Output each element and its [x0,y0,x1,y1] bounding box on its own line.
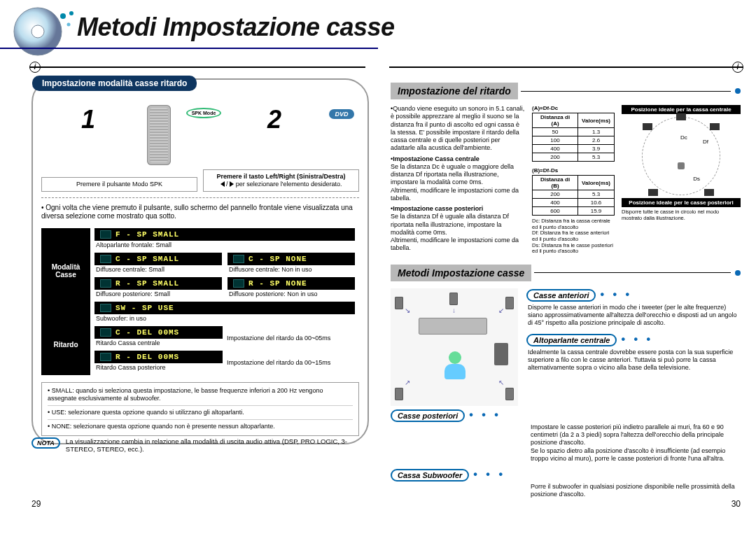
display-icon [100,353,111,361]
display-code: C - SP NONE [248,255,307,263]
vfd-display: F - SP SMALL [94,228,355,241]
rear-right-speaker-icon [704,189,714,196]
section-delay-setting-title: Impostazione del ritardo [391,83,518,99]
display-block: C - DEL 00MS Ritardo Cassa centrale [94,326,223,351]
page-number-right: 30 [732,499,741,509]
illus-front-right-speaker [505,297,514,309]
table-cell: 400 [533,199,578,207]
vfd-display: R - SP NONE [227,277,355,290]
table-header: Distanza di (B) [533,176,578,190]
delay-table-b: (B)=Df-DsDistanza di (B)Valore(ms)2005.3… [532,167,615,216]
rear-left-speaker-icon [648,189,658,196]
display-code: C - SP SMALL [115,255,179,263]
display-icon [100,328,111,337]
spk-mode-badge: SPK Mode [186,108,222,118]
remote-control-illustration [147,105,171,165]
note-item: • NONE: selezionare questa opzione quand… [48,423,353,430]
label-df: Df [703,139,708,145]
front-left-speaker-icon [643,123,652,130]
table-header: Distanza di (A) [533,113,578,128]
table-cell: 50 [533,128,578,136]
table-cell: 600 [533,207,578,216]
display-caption: Ritardo Cassa centrale [94,339,223,351]
dvd-badge: DVD [329,109,354,119]
table-cell: 10.6 [578,199,615,207]
delay-row: R - DEL 00MS Ritardo Cassa posteriore Im… [94,351,355,375]
label-dc: Dc [680,134,687,141]
disc-artwork [7,3,77,59]
vfd-display: C - SP SMALL [94,253,222,265]
illus-front-left-speaker [395,297,403,309]
speaker-position-diagram: Posizione ideale per la cassa centrale D… [622,105,741,255]
center-speaker-text: Idealmente la cassa centrale dovrebbe es… [528,349,741,372]
display-icon [233,279,244,288]
display-block: R - SP NONE Diffusore posteriore: Non in… [227,277,355,302]
table-cell: 5.3 [578,190,615,199]
display-caption: Diffusore centrale: Non in uso [227,265,355,277]
section-dot-icon-2 [735,270,741,276]
table-cell: 200 [533,190,578,199]
s1-rear-body: Se la distanza Df è uguale alla distanza… [391,213,525,252]
s1-rear-head: Impostazione casse posteriori [393,205,483,212]
step-2-line1: Premere il tasto Left/Right (Sinistra/De… [216,173,345,180]
display-code: C - DEL 00MS [115,328,179,337]
table-cell: 3.9 [578,145,615,153]
title-underline [0,48,378,49]
right-arrow-icon [230,181,234,187]
nota-text: La visualizzazione cambia in relazione a… [66,437,368,453]
s1-center-head: Impostazione Cassa centrale [393,155,479,162]
illus-center-speaker [449,293,458,305]
delay-row: C - DEL 00MS Ritardo Cassa centrale Impo… [94,326,355,351]
display-block: SW - SP USE Subwoofer: in uso [94,302,355,326]
distance-legend: Dc: Distanza fra la cassa centrale ed il… [532,218,615,255]
dots-icon: • • • [469,409,501,421]
page-number-left: 29 [31,499,41,509]
center-speaker-pill: Altoparlante centrale [526,334,617,346]
note-item: • SMALL: quando si seleziona questa impo… [48,387,353,403]
illus-rear-left-speaker [395,388,403,400]
dots-icon: • • • [600,288,632,300]
vfd-display: C - SP NONE [227,253,355,265]
subwoofer-text: Porre il subwoofer in qualsiasi posizion… [531,483,741,499]
sidebar-mode-label: Modalità Casse [41,228,90,315]
room-setup-illustration: ↘ ↙ ↓ ↗ ↖ [391,288,518,406]
display-icon [233,255,244,263]
rear-speakers-pill: Casse posteriori [391,409,465,422]
front-speakers-pill: Casse anteriori [526,289,596,302]
label-ds: Ds [693,176,700,182]
vfd-display: R - DEL 00MS [94,351,223,363]
note-item: • USE: selezionare questa opzione quando… [48,409,353,416]
step-2-line2-text: per selezionare l'elemento desiderato. [236,181,342,188]
subwoofer-pill: Cassa Subwoofer [391,469,469,482]
display-caption: Diffusore posteriore: Small [94,290,222,302]
table-cell: 100 [533,136,578,145]
display-caption: Subwoofer: in uso [94,314,355,326]
table-cell: 200 [533,153,578,162]
vfd-display: C - DEL 00MS [94,326,223,339]
dots-icon: • • • [473,468,505,480]
front-speakers-text: Disporre le casse anteriori in modo che … [528,304,741,328]
svg-point-4 [67,23,71,27]
illus-dvd-unit [419,318,487,335]
step-1-caption: Premere il pulsante Modo SPK [41,177,197,192]
illus-rear-right-speaker [505,388,514,400]
illus-subwoofer [494,343,508,365]
dots-icon: • • • [621,333,653,345]
s1-intro: Quando viene eseguito un sonoro in 5.1 c… [391,105,524,151]
step-1-number: 1 [41,105,135,134]
table-caption: (A)=Df-Dc [532,105,615,113]
display-caption: Diffusore centrale: Small [94,265,222,277]
display-icon [100,255,111,263]
display-block: F - SP SMALL Altoparlante frontale: Smal… [94,228,355,253]
left-arrow-icon [220,181,225,187]
page-title: Metodi Impostazione casse [77,13,395,42]
display-code: R - SP NONE [248,279,307,288]
table-cell: 1.3 [578,128,615,136]
svg-point-1 [31,25,44,38]
sidebar-delay-label: Ritardo [41,314,90,374]
table-header: Valore(ms) [578,176,615,190]
display-caption: Ritardo Cassa posteriore [94,363,223,375]
display-block: R - DEL 00MS Ritardo Cassa posteriore [94,351,223,375]
diagram-caption: Disporre tutte le casse in circolo nel m… [622,209,741,221]
display-code: R - SP SMALL [115,279,179,288]
